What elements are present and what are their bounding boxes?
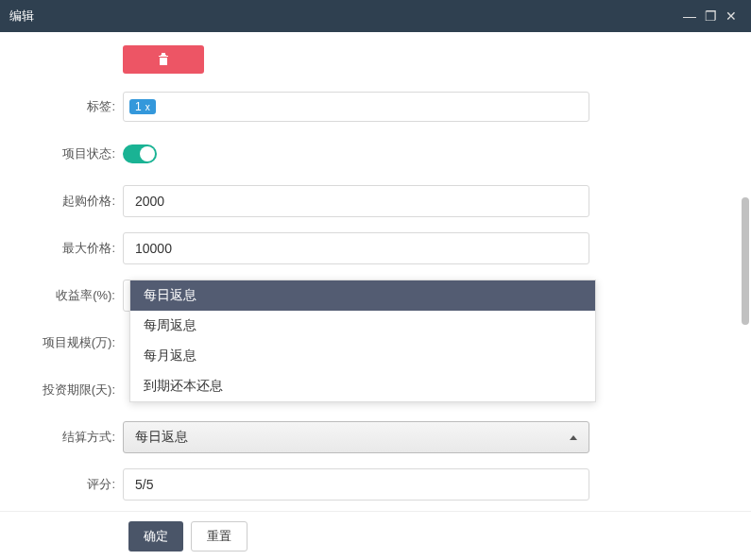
tag-chip-text: 1 (135, 100, 142, 113)
window-titlebar: 编辑 — ❐ ✕ (0, 0, 751, 32)
tag-remove-icon[interactable]: x (145, 102, 150, 112)
reset-button[interactable]: 重置 (191, 521, 247, 552)
dialog-footer: 确定 重置 (0, 511, 751, 560)
close-icon[interactable]: ✕ (721, 8, 742, 24)
minimize-icon[interactable]: — (679, 8, 700, 24)
start-price-label: 起购价格: (19, 193, 123, 210)
restore-icon[interactable]: ❐ (700, 8, 721, 24)
term-label: 投资期限(天): (19, 382, 123, 399)
trash-icon (158, 53, 169, 66)
settle-label: 结算方式: (19, 429, 123, 446)
settlement-select[interactable]: 每日返息 (123, 421, 589, 453)
yield-label: 收益率(%): (19, 287, 123, 304)
window-title: 编辑 (9, 8, 34, 25)
start-price-input[interactable] (123, 185, 589, 217)
form-content-area: 标签: 1x 项目状态: 起购价格: 最大价格: 收益率(%): 项目规模(万)… (0, 32, 751, 511)
scale-label: 项目规模(万): (19, 334, 123, 351)
status-label: 项目状态: (19, 145, 123, 162)
scrollbar-thumb[interactable] (742, 197, 749, 325)
caret-up-icon (570, 435, 577, 440)
ok-button[interactable]: 确定 (128, 521, 183, 552)
dropdown-option[interactable]: 每周返息 (130, 311, 595, 341)
status-toggle[interactable] (123, 144, 157, 163)
rating-input[interactable] (123, 468, 589, 501)
delete-button[interactable] (123, 45, 204, 74)
rating-label: 评分: (19, 476, 123, 493)
max-price-label: 最大价格: (19, 240, 123, 257)
tags-label: 标签: (19, 98, 123, 115)
dropdown-option[interactable]: 每日返息 (130, 280, 595, 311)
max-price-input[interactable] (123, 232, 589, 264)
settlement-value: 每日返息 (135, 429, 188, 446)
vertical-scrollbar[interactable] (742, 34, 749, 558)
tags-input[interactable]: 1x (123, 92, 589, 122)
dropdown-option[interactable]: 到期还本还息 (130, 371, 595, 401)
tag-chip[interactable]: 1x (129, 99, 156, 114)
dropdown-option[interactable]: 每月返息 (130, 341, 595, 371)
settlement-dropdown[interactable]: 每日返息 每周返息 每月返息 到期还本还息 (129, 280, 596, 402)
